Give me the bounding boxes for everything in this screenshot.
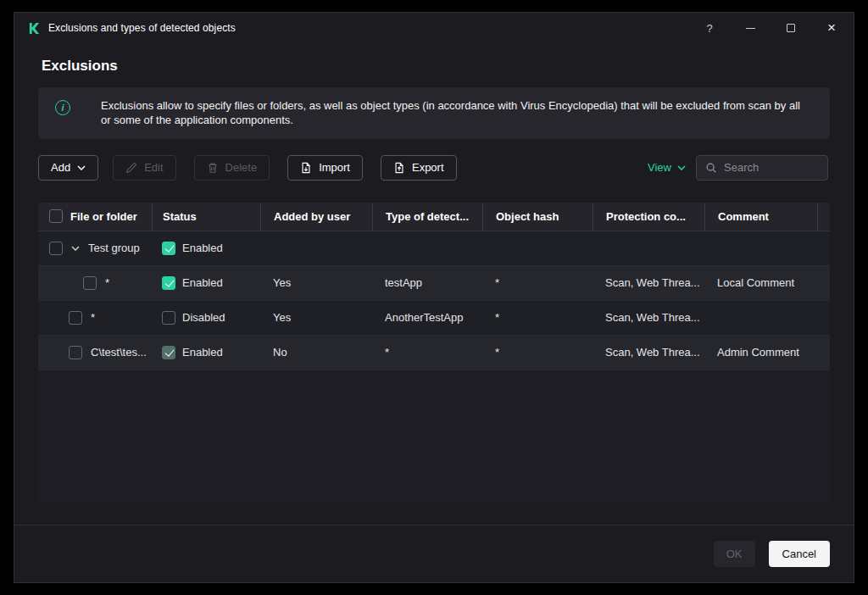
import-button[interactable]: Import (287, 155, 363, 181)
status-label: Enabled (182, 346, 223, 359)
select-all-checkbox[interactable] (49, 209, 63, 223)
added-by-user-value: No (260, 336, 372, 370)
maximize-button[interactable] (784, 21, 798, 35)
table-row-group[interactable]: Test group Enabled (38, 231, 830, 266)
info-banner: i Exclusions allow to specify files or f… (38, 87, 830, 139)
ok-button[interactable]: OK (714, 541, 755, 567)
object-hash-value: * (482, 336, 593, 370)
comment-value: Admin Comment (704, 336, 817, 370)
import-icon (300, 162, 312, 174)
pencil-icon (125, 162, 137, 174)
search-input[interactable] (724, 161, 819, 174)
status-label: Enabled (182, 276, 223, 289)
status-label: Disabled (182, 311, 225, 324)
exclusions-table: File or folder Status Added by user Type… (38, 203, 830, 503)
object-hash-value: * (482, 301, 593, 335)
window-controls: ? × (703, 21, 840, 35)
kaspersky-logo-icon (28, 22, 41, 35)
protection-value: Scan, Web Threa... (593, 336, 704, 370)
added-by-user-value: Yes (260, 301, 372, 335)
object-hash-value: * (482, 266, 593, 300)
page-title: Exclusions (42, 58, 854, 75)
window-title: Exclusions and types of detected objects (48, 22, 236, 34)
edit-button[interactable]: Edit (113, 155, 175, 181)
comment-value: Local Comment (704, 266, 817, 300)
toolbar: Add Edit Delete Import (38, 155, 830, 181)
column-header-type[interactable]: Type of detect... (372, 203, 482, 231)
titlebar: Exclusions and types of detected objects… (14, 13, 854, 43)
chevron-down-icon (677, 165, 686, 170)
table-row[interactable]: * Enabled Yes testApp * Scan, Web Threa.… (38, 266, 830, 301)
minimize-button[interactable] (743, 21, 757, 35)
expand-chevron-icon[interactable] (71, 246, 80, 251)
export-button[interactable]: Export (381, 155, 457, 181)
status-checkbox[interactable] (162, 242, 175, 255)
group-name: Test group (88, 242, 140, 254)
type-value: testApp (372, 266, 482, 300)
search-icon (705, 162, 717, 174)
add-button[interactable]: Add (38, 155, 98, 181)
status-checkbox[interactable] (162, 311, 175, 325)
export-icon (393, 162, 405, 174)
cancel-button[interactable]: Cancel (769, 541, 830, 567)
file-value: * (91, 311, 95, 324)
chevron-down-icon (77, 165, 86, 170)
column-header-status[interactable]: Status (152, 203, 260, 231)
column-header-hash[interactable]: Object hash (482, 203, 593, 231)
status-checkbox[interactable] (162, 346, 175, 359)
protection-value: Scan, Web Threa... (593, 301, 704, 335)
file-value: * (105, 276, 109, 289)
comment-value (704, 301, 817, 335)
column-header-file[interactable]: File or folder (70, 203, 152, 231)
delete-button[interactable]: Delete (194, 155, 270, 181)
row-checkbox[interactable] (69, 346, 82, 359)
added-by-user-value: Yes (260, 266, 372, 300)
column-header-added[interactable]: Added by user (260, 203, 372, 231)
type-value: AnotherTestApp (372, 301, 482, 335)
table-row[interactable]: * Disabled Yes AnotherTestApp * Scan, We… (38, 301, 830, 336)
row-checkbox[interactable] (69, 311, 82, 325)
trash-icon (207, 162, 219, 174)
header-end-cell (817, 203, 830, 231)
view-menu[interactable]: View (648, 161, 686, 174)
row-checkbox[interactable] (49, 242, 63, 255)
status-checkbox[interactable] (162, 276, 175, 290)
info-text: Exclusions allow to specify files or fol… (101, 98, 813, 128)
table-header: File or folder Status Added by user Type… (38, 203, 830, 231)
column-header-comment[interactable]: Comment (704, 203, 817, 231)
search-box (696, 155, 828, 181)
help-button[interactable]: ? (703, 21, 716, 35)
type-value: * (372, 336, 482, 370)
dialog-footer: OK Cancel (14, 525, 854, 582)
info-icon: i (55, 100, 70, 115)
status-label: Enabled (182, 242, 223, 254)
app-window: Exclusions and types of detected objects… (14, 12, 854, 583)
column-header-protection[interactable]: Protection co... (593, 203, 704, 231)
file-value: C\test\tes... (91, 346, 147, 359)
protection-value: Scan, Web Threa... (593, 266, 704, 300)
close-button[interactable]: × (825, 21, 838, 35)
row-checkbox[interactable] (83, 276, 97, 290)
table-row[interactable]: C\test\tes... Enabled No * * Scan, Web T… (38, 336, 830, 370)
